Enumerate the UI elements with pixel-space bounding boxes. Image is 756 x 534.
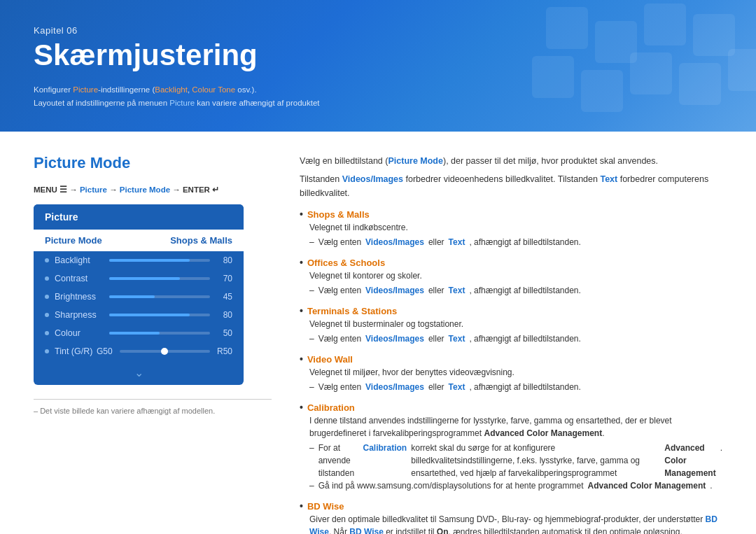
contrast-slider[interactable]	[109, 277, 210, 280]
chapter-label: Kapitel 06	[34, 25, 722, 36]
list-item: Terminals & Stations Velegnet til buster…	[300, 305, 722, 345]
list-item: Shops & Malls Velegnet til indkøbscentre…	[300, 209, 722, 248]
item-desc-bdwise: Giver den optimale billedkvalitet til Sa…	[309, 513, 722, 534]
picture-mode-row[interactable]: Picture Mode Shops & Malls	[34, 230, 244, 251]
picture-panel: Picture Picture Mode Shops & Malls Backl…	[34, 204, 244, 385]
mode-label: Picture Mode	[45, 235, 170, 246]
item-title-terminals: Terminals & Stations	[300, 305, 722, 316]
item-title-calibration: Calibration	[300, 402, 722, 413]
item-desc-videowall: Velegnet til miljøer, hvor der benyttes …	[309, 366, 722, 379]
chevron-down-icon[interactable]: ⌄	[34, 360, 244, 385]
dot-icon	[45, 258, 49, 262]
page-title: Skærmjustering	[34, 38, 722, 72]
colour-row[interactable]: Colour 50	[34, 324, 244, 342]
item-title-bdwise: BD Wise	[300, 500, 722, 512]
item-sub-videowall: Vælg enten Videos/Images eller Text, afh…	[309, 381, 722, 393]
list-item: Offices & Schools Velegnet til kontorer …	[300, 257, 722, 297]
intro-paragraph-1: Vælg en billedtilstand (Picture Mode), d…	[300, 154, 722, 168]
item-sub-offices: Vælg enten Videos/Images eller Text, afh…	[309, 284, 722, 297]
item-title-videowall: Video Wall	[300, 353, 722, 365]
dot-icon	[45, 331, 49, 335]
page-header: Kapitel 06 Skærmjustering Konfigurer Pic…	[0, 0, 756, 132]
item-title-shops: Shops & Malls	[300, 209, 722, 220]
subtitle-line2: Layoutet af indstillingerne på menuen Pi…	[34, 99, 320, 107]
brightness-row[interactable]: Brightness 45	[34, 288, 244, 306]
menu-path: MENU ☰ → Picture → Picture Mode → ENTER …	[34, 185, 272, 195]
backlight-row[interactable]: Backlight 80	[34, 251, 244, 269]
intro-paragraph-2: Tilstanden Videos/Images forbedrer video…	[300, 172, 722, 200]
contrast-row[interactable]: Contrast 70	[34, 269, 244, 288]
right-column: Vælg en billedtilstand (Picture Mode), d…	[300, 154, 722, 534]
list-item: Video Wall Velegnet til miljøer, hvor de…	[300, 353, 722, 393]
panel-header: Picture	[34, 204, 244, 230]
subtitle-line1: Konfigurer Picture-indstillingerne (Back…	[34, 85, 257, 94]
item-desc-shops: Velegnet til indkøbscentre.	[309, 221, 722, 234]
tint-slider[interactable]	[120, 350, 210, 353]
dot-icon	[45, 276, 49, 281]
colour-slider[interactable]	[109, 332, 210, 335]
item-desc-offices: Velegnet til kontorer og skoler.	[309, 269, 722, 282]
sharpness-slider[interactable]	[109, 314, 210, 316]
item-sub-calibration: For at anvende tilstanden Calibration ko…	[309, 442, 722, 492]
main-content: Picture Mode MENU ☰ → Picture → Picture …	[0, 132, 756, 534]
tint-row[interactable]: Tint (G/R) G50 R50	[34, 342, 244, 360]
mode-value: Shops & Malls	[170, 235, 232, 246]
left-column: Picture Mode MENU ☰ → Picture → Picture …	[34, 154, 272, 534]
dot-icon	[45, 349, 49, 353]
brightness-slider[interactable]	[109, 295, 210, 298]
item-sub-shops: Vælg enten Videos/Images eller Text, afh…	[309, 236, 722, 248]
item-title-offices: Offices & Schools	[300, 257, 722, 268]
item-sub-terminals: Vælg enten Videos/Images eller Text, afh…	[309, 332, 722, 345]
sharpness-row[interactable]: Sharpness 80	[34, 306, 244, 324]
footnote-text: – Det viste billede kan variere afhængig…	[34, 407, 272, 415]
item-desc-calibration: I denne tilstand anvendes indstillingern…	[309, 414, 722, 440]
section-title: Picture Mode	[34, 154, 272, 172]
footnote: – Det viste billede kan variere afhængig…	[34, 399, 272, 415]
dot-icon	[45, 313, 49, 317]
items-list: Shops & Malls Velegnet til indkøbscentre…	[300, 209, 722, 534]
dot-icon	[45, 295, 49, 299]
item-desc-terminals: Velegnet til busterminaler og togstation…	[309, 318, 722, 330]
list-item: Calibration I denne tilstand anvendes in…	[300, 402, 722, 492]
list-item: BD Wise Giver den optimale billedkvalite…	[300, 500, 722, 534]
backlight-slider[interactable]	[109, 259, 210, 262]
header-subtitle: Konfigurer Picture-indstillingerne (Back…	[34, 83, 722, 109]
